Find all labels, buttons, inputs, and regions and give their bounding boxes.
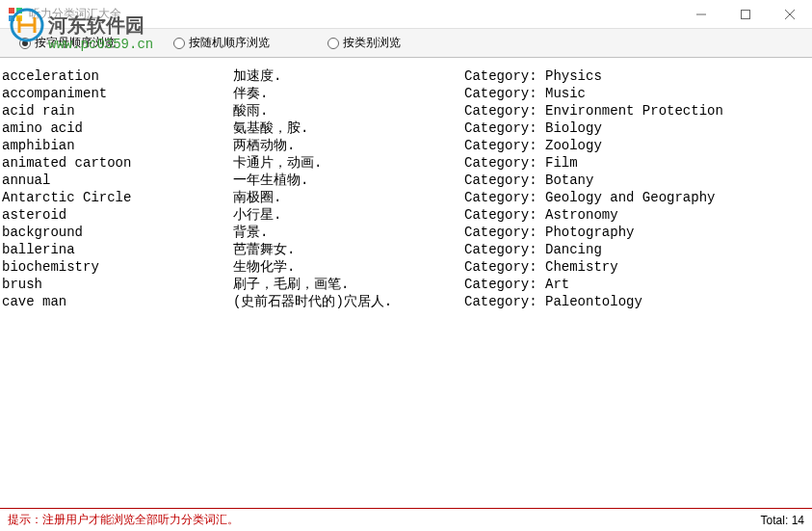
minimize-button[interactable] — [679, 0, 723, 29]
vocab-definition: (史前石器时代的)穴居人. — [233, 293, 464, 310]
radio-label: 按字母顺序浏览 — [35, 35, 116, 51]
app-icon — [8, 7, 23, 22]
vocab-word: amino acid — [2, 119, 233, 137]
vocab-row: asteroid小行星.Category: Astronomy — [2, 206, 810, 224]
vocab-definition: 背景. — [233, 224, 464, 241]
maximize-button[interactable] — [723, 0, 768, 29]
vocab-row: Antarctic Circle南极圈.Category: Geology an… — [2, 189, 810, 206]
vocab-category: Category: Environment Protection — [464, 102, 810, 119]
svg-rect-2 — [9, 15, 14, 21]
radio-category[interactable]: 按类别浏览 — [327, 35, 401, 51]
vocab-word: animated cartoon — [2, 154, 233, 172]
vocab-word: accompaniment — [2, 85, 233, 102]
vocab-word: background — [2, 224, 233, 241]
vocab-category: Category: Botany — [464, 172, 810, 189]
radio-alphabetical[interactable]: 按字母顺序浏览 — [19, 35, 116, 51]
vocab-category: Category: Music — [464, 85, 810, 102]
vocab-word: acceleration — [2, 67, 233, 85]
vocab-category: Category: Chemistry — [464, 258, 810, 276]
vocab-category: Category: Art — [464, 276, 810, 293]
vocab-category: Category: Zoology — [464, 137, 810, 154]
vocab-definition: 芭蕾舞女. — [233, 241, 464, 258]
vocab-word: cave man — [2, 293, 233, 310]
radio-random[interactable]: 按随机顺序浏览 — [173, 35, 270, 51]
vocab-list[interactable]: acceleration加速度.Category: Physicsaccompa… — [0, 58, 812, 506]
vocab-definition: 两栖动物. — [233, 137, 464, 154]
vocab-category: Category: Physics — [464, 67, 810, 85]
vocab-row: background背景.Category: Photography — [2, 224, 810, 241]
vocab-row: ballerina芭蕾舞女.Category: Dancing — [2, 241, 810, 258]
status-total: Total: 14 — [761, 514, 804, 527]
vocab-row: animated cartoon卡通片，动画.Category: Film — [2, 154, 810, 172]
vocab-row: biochemistry生物化学.Category: Chemistry — [2, 258, 810, 276]
vocab-word: ballerina — [2, 241, 233, 258]
vocab-row: amino acid氨基酸，胺.Category: Biology — [2, 119, 810, 137]
vocab-definition: 卡通片，动画. — [233, 154, 464, 172]
vocab-word: acid rain — [2, 102, 233, 119]
radio-label: 按类别浏览 — [343, 35, 401, 51]
vocab-definition: 小行星. — [233, 206, 464, 224]
vocab-word: Antarctic Circle — [2, 189, 233, 206]
vocab-row: acceleration加速度.Category: Physics — [2, 67, 810, 85]
vocab-word: amphibian — [2, 137, 233, 154]
svg-rect-5 — [742, 11, 750, 19]
vocab-word: biochemistry — [2, 258, 233, 276]
radio-label: 按随机顺序浏览 — [189, 35, 270, 51]
vocab-word: brush — [2, 276, 233, 293]
statusbar: 提示：注册用户才能浏览全部听力分类词汇。 Total: 14 — [0, 508, 812, 531]
vocab-category: Category: Astronomy — [464, 206, 810, 224]
status-message: 提示：注册用户才能浏览全部听力分类词汇。 — [8, 512, 239, 528]
svg-rect-1 — [16, 8, 22, 13]
vocab-row: acid rain酸雨.Category: Environment Protec… — [2, 102, 810, 119]
toolbar: 按字母顺序浏览 按随机顺序浏览 按类别浏览 — [0, 29, 812, 58]
vocab-category: Category: Paleontology — [464, 293, 810, 310]
radio-icon — [173, 38, 185, 49]
radio-icon — [327, 38, 339, 49]
radio-icon — [19, 38, 31, 49]
vocab-row: amphibian两栖动物.Category: Zoology — [2, 137, 810, 154]
vocab-definition: 氨基酸，胺. — [233, 119, 464, 137]
vocab-definition: 伴奏. — [233, 85, 464, 102]
vocab-row: brush刷子，毛刷，画笔.Category: Art — [2, 276, 810, 293]
vocab-definition: 加速度. — [233, 67, 464, 85]
vocab-category: Category: Photography — [464, 224, 810, 241]
vocab-word: annual — [2, 172, 233, 189]
vocab-word: asteroid — [2, 206, 233, 224]
svg-rect-0 — [9, 8, 14, 13]
window-controls — [679, 0, 812, 29]
vocab-definition: 酸雨. — [233, 102, 464, 119]
vocab-category: Category: Geology and Geography — [464, 189, 810, 206]
vocab-definition: 南极圈. — [233, 189, 464, 206]
vocab-row: cave man(史前石器时代的)穴居人.Category: Paleontol… — [2, 293, 810, 310]
vocab-category: Category: Biology — [464, 119, 810, 137]
vocab-row: annual一年生植物.Category: Botany — [2, 172, 810, 189]
vocab-row: accompaniment伴奏.Category: Music — [2, 85, 810, 102]
vocab-category: Category: Film — [464, 154, 810, 172]
vocab-definition: 生物化学. — [233, 258, 464, 276]
vocab-definition: 一年生植物. — [233, 172, 464, 189]
svg-rect-3 — [16, 15, 22, 21]
vocab-definition: 刷子，毛刷，画笔. — [233, 276, 464, 293]
close-button[interactable] — [768, 0, 812, 29]
titlebar: 听力分类词汇大全 — [0, 0, 812, 29]
vocab-category: Category: Dancing — [464, 241, 810, 258]
window-title: 听力分类词汇大全 — [29, 6, 121, 22]
